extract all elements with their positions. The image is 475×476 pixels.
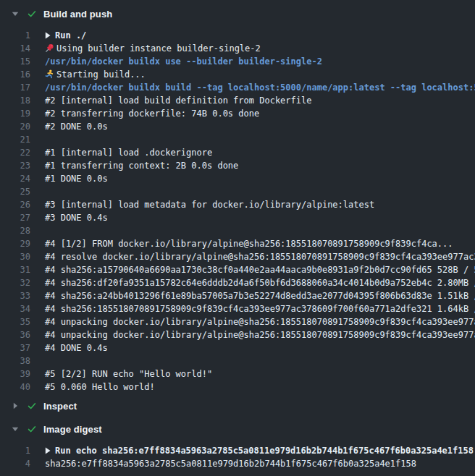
log-line: 30#4 resolve docker.io/library/alpine@sh… [0,250,475,263]
log-line: 23#1 transferring context: 2B 0.0s done [0,159,475,172]
log-text: #2 transferring dockerfile: 74B 0.0s don… [45,109,259,119]
log-text: /usr/bin/docker buildx use --builder bui… [45,56,322,67]
log-text: #2 [internal] load build definition from… [45,95,311,106]
chevron-down-icon[interactable] [12,425,19,433]
log-line: 20#2 DONE 0.0s [0,120,475,133]
log-line: 35#4 unpacking docker.io/library/alpine@… [0,315,475,328]
line-number[interactable]: 15 [0,55,30,68]
log-line: 14Using builder instance builder-single-… [0,42,475,55]
log-line: 16Starting build... [0,68,475,81]
log-text: #1 [internal] load .dockerignore [45,148,212,158]
section-header-inspect[interactable]: Inspect [0,395,475,417]
log-text: #4 sha256:a24bb4013296f61e89ba57005a7b3e… [45,291,475,301]
log-line: 26#3 [internal] load metadata for docker… [0,198,475,211]
section-header-image-digest[interactable]: Image digest [0,418,475,440]
line-number[interactable]: 14 [0,42,30,55]
line-number[interactable]: 16 [0,68,30,81]
log-line: 19#2 transferring dockerfile: 74B 0.0s d… [0,107,475,120]
log-line: 28 [0,224,475,237]
log-text: #4 sha256:a15790640a6690aa1730c38cf0a440… [45,265,475,275]
log-line-text: #2 [internal] load build definition from… [45,94,311,107]
line-number[interactable]: 31 [0,263,30,276]
log-text: #4 resolve docker.io/library/alpine@sha2… [45,252,475,262]
line-number[interactable]: 24 [0,172,30,185]
expand-arrow-icon[interactable] [45,32,51,39]
log-line: 4sha256:e7ff8834a5963a2785c5a0811e979d16… [0,457,475,470]
line-number[interactable]: 33 [0,289,30,302]
run-group-line[interactable]: Run echo sha256:e7ff8834a5963a2785c5a081… [45,444,474,457]
log-line-text: Starting build... [45,68,146,81]
chevron-right-icon[interactable] [12,402,19,409]
line-number[interactable]: 22 [0,146,30,159]
log-text: #3 DONE 0.4s [45,213,108,223]
section-header-build-and-push[interactable]: Build and push [0,3,475,25]
log-text: #1 transferring context: 2B 0.0s done [45,161,238,171]
run-group-line[interactable]: Run ./ [45,29,86,42]
line-number[interactable]: 19 [0,107,30,120]
check-icon [26,423,38,435]
log-line-text: #1 transferring context: 2B 0.0s done [45,159,238,172]
log-line-text: #4 sha256:df20fa9351a15782c64e6dddb2d4a6… [45,276,475,289]
chevron-down-icon[interactable] [12,10,19,17]
log-line-text: /usr/bin/docker buildx use --builder bui… [45,55,322,68]
log-text: #3 [internal] load metadata for docker.i… [45,200,374,210]
line-number[interactable]: 1 [0,444,30,457]
log-line: 36#4 unpacking docker.io/library/alpine@… [0,328,475,341]
line-number[interactable]: 37 [0,341,30,354]
log-line: 1Run ./ [0,29,475,42]
expand-arrow-icon[interactable] [45,447,51,454]
line-number[interactable]: 34 [0,302,30,315]
line-number[interactable]: 39 [0,367,30,381]
line-number[interactable]: 30 [0,250,30,263]
log-line: 37#4 DONE 0.4s [0,341,475,354]
line-number[interactable]: 38 [0,354,30,367]
log-line-text: #5 [2/2] RUN echo "Hello world!" [45,367,212,381]
log-line-text: #4 sha256:a15790640a6690aa1730c38cf0a440… [45,263,475,276]
line-number[interactable]: 40 [0,381,30,394]
line-number[interactable]: 29 [0,237,30,250]
log-line: 25 [0,185,475,198]
log-line-text: #5 0.060 Hello world! [45,381,155,394]
log-line-text: #4 sha256:a24bb4013296f61e89ba57005a7b3e… [45,289,475,302]
log-line-text: #4 unpacking docker.io/library/alpine@sh… [45,315,475,328]
log-line: 24#1 DONE 0.0s [0,172,475,185]
line-number[interactable]: 26 [0,198,30,211]
line-number[interactable]: 36 [0,328,30,341]
log-text: #4 unpacking docker.io/library/alpine@sh… [45,330,475,340]
line-number[interactable]: 18 [0,94,30,107]
log-line: 22#1 [internal] load .dockerignore [0,146,475,159]
log-line-text: #2 transferring dockerfile: 74B 0.0s don… [45,107,259,120]
log-text: #2 DONE 0.0s [45,122,108,132]
line-number[interactable]: 17 [0,81,30,94]
log-line-text: sha256:e7ff8834a5963a2785c5a0811e979d16b… [45,457,416,470]
line-number[interactable]: 4 [0,457,30,470]
line-number[interactable]: 35 [0,315,30,328]
log-line: 18#2 [internal] load build definition fr… [0,94,475,107]
log-line-text: #1 [internal] load .dockerignore [45,146,212,159]
line-number[interactable]: 27 [0,211,30,224]
log-text: #4 sha256:df20fa9351a15782c64e6dddb2d4a6… [45,278,475,288]
line-number[interactable]: 32 [0,276,30,289]
log-line: 39#5 [2/2] RUN echo "Hello world!" [0,367,475,381]
log-text: Starting build... [56,69,146,80]
line-number[interactable]: 28 [0,224,30,237]
log-line-text: Using builder instance builder-single-2 [45,42,261,55]
log-text: #1 DONE 0.0s [45,174,108,184]
log-line-text: #1 DONE 0.0s [45,172,108,185]
workflow-log-viewer: Build and push1Run ./14Using builder ins… [0,3,475,470]
log-line-text: #4 sha256:185518070891758909c9f839cf4ca3… [45,302,475,315]
line-number[interactable]: 25 [0,185,30,198]
log-line: 34#4 sha256:185518070891758909c9f839cf4c… [0,302,475,315]
line-number[interactable]: 23 [0,159,30,172]
line-number[interactable]: 21 [0,133,30,146]
log-line-text: #3 [internal] load metadata for docker.i… [45,198,374,211]
log-text: #4 [1/2] FROM docker.io/library/alpine@s… [45,239,453,249]
line-number[interactable]: 1 [0,29,30,42]
log-line: 21 [0,133,475,146]
log-line: 33#4 sha256:a24bb4013296f61e89ba57005a7b… [0,289,475,302]
log-line: 27#3 DONE 0.4s [0,211,475,224]
runner-icon [45,69,54,79]
line-number[interactable]: 20 [0,120,30,133]
log-line-text: /usr/bin/docker buildx build --tag local… [45,81,475,94]
log-text: sha256:e7ff8834a5963a2785c5a0811e979d16b… [45,459,416,469]
